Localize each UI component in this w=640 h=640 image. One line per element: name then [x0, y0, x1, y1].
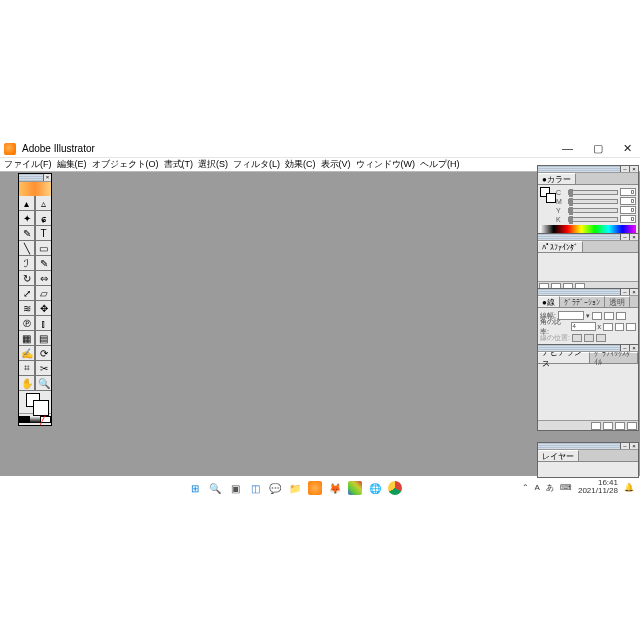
tab-gradient[interactable]: ｸﾞﾗﾃﾞｰｼｮﾝ: [560, 296, 605, 307]
tool-warp[interactable]: ≋: [19, 301, 35, 316]
tool-mesh[interactable]: ▦: [19, 331, 35, 346]
explorer-icon[interactable]: 📁: [288, 481, 302, 495]
search-icon[interactable]: 🔍: [208, 481, 222, 495]
slider-y[interactable]: Y0: [556, 206, 636, 214]
menu-filter[interactable]: フィルタ(L): [233, 158, 280, 171]
slider-m[interactable]: M0: [556, 197, 636, 205]
firefox-icon[interactable]: 🦊: [328, 481, 342, 495]
tool-blend[interactable]: ⟳: [35, 346, 51, 361]
minimize-button[interactable]: —: [562, 142, 573, 155]
color-stroke-swatch[interactable]: [546, 193, 556, 203]
tool-direct-select[interactable]: ▵: [35, 196, 51, 211]
maximize-button[interactable]: ▢: [593, 142, 603, 155]
tool-magic-wand[interactable]: ✦: [19, 211, 35, 226]
task-view-icon[interactable]: ▣: [228, 481, 242, 495]
menu-edit[interactable]: 編集(E): [57, 158, 87, 171]
tab-pathfinder[interactable]: ﾊﾟｽﾌｧｲﾝﾀﾞ: [538, 241, 583, 252]
tab-color[interactable]: ●カラー: [538, 173, 576, 184]
tool-scissors[interactable]: ✂: [35, 361, 51, 376]
join-round-icon[interactable]: [615, 323, 625, 331]
tool-pencil[interactable]: ✎: [35, 256, 51, 271]
tools-palette[interactable]: × ▴▵ ✦ɕ ✎T ╲▭ ℐ✎ ↻⇔ ⤢▱ ≋✥ ℗⫿ ▦▤ ✍⟳ ⌗✂ ✋🔍…: [18, 173, 52, 426]
widgets-icon[interactable]: ◫: [248, 481, 262, 495]
tool-pen[interactable]: ✎: [19, 226, 35, 241]
panel-layers-close-icon[interactable]: ×: [629, 443, 638, 449]
tool-slice[interactable]: ⌗: [19, 361, 35, 376]
menu-help[interactable]: ヘルプ(H): [420, 158, 460, 171]
tool-line[interactable]: ╲: [19, 241, 35, 256]
menu-object[interactable]: オブジェクト(O): [92, 158, 159, 171]
tool-paintbrush[interactable]: ℐ: [19, 256, 35, 271]
join-bevel-icon[interactable]: [626, 323, 636, 331]
tool-gradient[interactable]: ▤: [35, 331, 51, 346]
panel-appearance-grip[interactable]: –×: [538, 345, 638, 352]
tab-appearance[interactable]: アピアランス: [538, 352, 590, 363]
stroke-miter-field[interactable]: 4: [571, 322, 596, 331]
panel-stroke-collapse-icon[interactable]: –: [620, 289, 629, 295]
spectrum-bar[interactable]: [540, 225, 636, 233]
panel-appearance-collapse-icon[interactable]: –: [620, 345, 629, 351]
panel-color-close-icon[interactable]: ×: [629, 166, 638, 172]
tab-stroke[interactable]: ●線: [538, 296, 560, 307]
panel-color-collapse-icon[interactable]: –: [620, 166, 629, 172]
menu-select[interactable]: 選択(S): [198, 158, 228, 171]
tools-close-icon[interactable]: ×: [43, 174, 51, 181]
panel-pathfinder-close-icon[interactable]: ×: [629, 234, 638, 240]
tool-symbol-sprayer[interactable]: ℗: [19, 316, 35, 331]
tool-fill-stroke[interactable]: [19, 391, 51, 413]
appearance-clear-icon[interactable]: [615, 422, 625, 430]
panel-layers-grip[interactable]: –×: [538, 443, 638, 450]
tray-clock[interactable]: 16:41 2021/11/28: [578, 479, 618, 495]
appearance-delete-icon[interactable]: [627, 422, 637, 430]
photos-icon[interactable]: [348, 481, 362, 495]
tool-lasso[interactable]: ɕ: [35, 211, 51, 226]
appearance-new-icon[interactable]: [591, 422, 601, 430]
tool-hand[interactable]: ✋: [19, 376, 35, 391]
panel-stroke-grip[interactable]: –×: [538, 289, 638, 296]
chevron-down-icon[interactable]: ▾: [586, 312, 590, 320]
mode-color-icon[interactable]: [19, 414, 30, 425]
tool-eyedropper[interactable]: ✍: [19, 346, 35, 361]
tray-notify-icon[interactable]: 🔔: [624, 483, 634, 492]
start-icon[interactable]: ⊞: [188, 481, 202, 495]
slider-c[interactable]: C0: [556, 188, 636, 196]
menu-file[interactable]: ファイル(F): [4, 158, 52, 171]
tool-free-transform[interactable]: ✥: [35, 301, 51, 316]
tool-scale[interactable]: ⤢: [19, 286, 35, 301]
appearance-dup-icon[interactable]: [603, 422, 613, 430]
panel-appearance-close-icon[interactable]: ×: [629, 345, 638, 351]
panel-stroke-close-icon[interactable]: ×: [629, 289, 638, 295]
tray-overflow-icon[interactable]: ⌃: [522, 483, 529, 492]
chat-icon[interactable]: 💬: [268, 481, 282, 495]
tool-shear[interactable]: ▱: [35, 286, 51, 301]
slider-k[interactable]: K0: [556, 215, 636, 223]
join-miter-icon[interactable]: [603, 323, 613, 331]
panel-appearance[interactable]: –× アピアランス ｸﾞﾗﾌｨｯｸｽﾀｲﾙ: [537, 344, 639, 431]
menu-view[interactable]: 表示(V): [321, 158, 351, 171]
close-button[interactable]: ✕: [623, 142, 632, 155]
chrome-icon[interactable]: [388, 481, 402, 495]
cap-round-icon[interactable]: [604, 312, 614, 320]
panel-layers-collapse-icon[interactable]: –: [620, 443, 629, 449]
cap-butt-icon[interactable]: [592, 312, 602, 320]
tools-grip[interactable]: ×: [19, 174, 51, 182]
tool-selection[interactable]: ▴: [19, 196, 35, 211]
menu-window[interactable]: ウィンドウ(W): [356, 158, 416, 171]
panel-color-grip[interactable]: –×: [538, 166, 638, 173]
tool-reflect[interactable]: ⇔: [35, 271, 51, 286]
tray-input-icon[interactable]: ⌨: [560, 483, 572, 492]
panel-pathfinder-collapse-icon[interactable]: –: [620, 234, 629, 240]
menu-type[interactable]: 書式(T): [164, 158, 194, 171]
panel-pathfinder[interactable]: –× ﾊﾟｽﾌｧｲﾝﾀﾞ: [537, 233, 639, 292]
tab-layers[interactable]: レイヤー: [538, 450, 579, 461]
tool-rectangle[interactable]: ▭: [35, 241, 51, 256]
mode-none-icon[interactable]: ╱: [40, 414, 51, 425]
tool-rotate[interactable]: ↻: [19, 271, 35, 286]
illustrator-icon[interactable]: [308, 481, 322, 495]
tool-graph[interactable]: ⫿: [35, 316, 51, 331]
tool-zoom[interactable]: 🔍: [35, 376, 51, 391]
tool-type[interactable]: T: [35, 226, 51, 241]
tab-graphic-styles[interactable]: ｸﾞﾗﾌｨｯｸｽﾀｲﾙ: [590, 352, 638, 363]
panel-layers[interactable]: –× レイヤー: [537, 442, 639, 478]
tray-ime[interactable]: あ: [546, 482, 554, 493]
